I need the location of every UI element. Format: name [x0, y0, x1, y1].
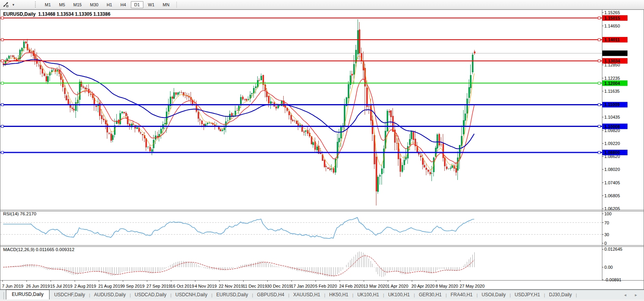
hline-handle[interactable] [598, 60, 600, 62]
date-label: 26 Jun 2019 [26, 284, 50, 288]
tab-eurusd-daily[interactable]: EURUSD,Daily [6, 290, 50, 299]
tab-ger30-h1[interactable]: GER30,H1 [415, 291, 446, 299]
date-label: 11 Dec 2019 [243, 284, 267, 288]
date-label: 15 Jul 2019 [50, 284, 73, 288]
timeframe-button-m5[interactable]: M5 [55, 1, 68, 8]
toolbar-separator [176, 2, 177, 8]
rsi-line [3, 218, 474, 239]
hline-handle[interactable] [598, 17, 600, 19]
time-scale[interactable]: 7 Jun 201926 Jun 201915 Jul 20192 Aug 20… [2, 280, 484, 288]
chart-tab-bar: EURUSD,DailyUSDCHF,Daily|AUDUSD,Daily|US… [0, 290, 644, 299]
crosshair-tool-icon[interactable] [1, 1, 11, 8]
tab-scroll-arrows[interactable]: ◄ ► [624, 293, 641, 297]
date-label: 8 May 2020 [435, 284, 458, 288]
level-badge-1.12004-label: 1.12004 [604, 81, 620, 86]
date-label: 16 Oct 2019 [171, 284, 194, 288]
tab-hk50-h1[interactable]: HK50,H1 [325, 291, 352, 299]
date-label: 27 Sep 2019 [147, 284, 171, 288]
price-tick-label: 1.10435 [604, 115, 620, 119]
timeframe-toolbar: ▾ M1M5M15M30H1H4D1W1MN [0, 0, 644, 9]
hline-handle[interactable] [1, 103, 4, 106]
tab-fra40-h1[interactable]: FRA40,H1 [447, 291, 477, 299]
date-label: 22 Nov 2019 [219, 284, 243, 288]
chart-window: 1.152651.146501.128501.122351.116351.104… [0, 9, 644, 290]
date-label: 30 Dec 2019 [267, 284, 291, 288]
date-label: 24 Feb 2020 [339, 284, 363, 288]
hline-handle[interactable] [1, 39, 4, 41]
chart-canvas[interactable]: 1.152651.146501.128501.122351.116351.104… [0, 10, 644, 289]
hline-handle[interactable] [1, 60, 4, 62]
date-label: 17 Jan 2020 [291, 284, 315, 288]
candlestick-layer [3, 19, 475, 205]
date-label: 21 Aug 2019 [98, 284, 123, 288]
price-tick-label: 1.14650 [604, 24, 620, 28]
macd-tick-label: -0.00891 [604, 277, 621, 282]
tab-usdcad-daily[interactable]: USDCAD,Daily [131, 291, 171, 299]
hline-handle[interactable] [1, 82, 4, 84]
timeframe-button-m30[interactable]: M30 [86, 1, 102, 8]
macd-tick-label: 0.012645 [604, 247, 622, 251]
tab-usdjpy-h1[interactable]: USDJPY,H1 [511, 291, 544, 299]
tab-xauusd-h1[interactable]: XAUUSD,H1 [289, 291, 324, 299]
rsi-tick-label: 100 [604, 211, 611, 216]
level-badge-1.14011-label: 1.14011 [604, 37, 620, 42]
tab-audusd-daily[interactable]: AUDUSD,Daily [90, 291, 130, 299]
level-badge-1.11009-label: 1.11009 [604, 102, 620, 107]
tab-usdchf-daily[interactable]: USDCHF,Daily [50, 291, 89, 299]
date-label: 13 Mar 2020 [363, 284, 388, 288]
date-label: 5 Feb 2020 [315, 284, 337, 288]
level-badge-1.13034-label: 1.13034 [604, 59, 620, 63]
hline-handle[interactable] [598, 103, 600, 106]
price-tick-label: 1.06805 [604, 193, 620, 198]
date-label: 20 Apr 2020 [411, 284, 435, 288]
macd-signal-line [3, 256, 474, 276]
hline-handle[interactable] [1, 151, 4, 154]
date-label: 9 Sep 2019 [123, 284, 145, 288]
price-tick-label: 1.15265 [604, 10, 620, 15]
macd-tick-label: 0.00 [604, 265, 613, 270]
price-tick-label: 1.08020 [604, 167, 620, 172]
date-label: 7 Jun 2019 [2, 284, 23, 288]
current-price-badge-label: 1.13386 [604, 51, 620, 55]
hline-handle[interactable] [598, 82, 600, 84]
level-badge-1.10008-label: 1.10008 [604, 124, 620, 129]
tool-dropdown-icon[interactable]: ▾ [11, 1, 16, 8]
tab-eurusd-daily[interactable]: EURUSD,Daily [213, 291, 252, 299]
price-tick-label: 1.07405 [604, 180, 620, 185]
tab-usoil-daily[interactable]: USOil,Daily [478, 291, 510, 299]
toolbar-grip[interactable] [35, 2, 37, 7]
tab-usdcnh-daily[interactable]: USDCNH,Daily [171, 291, 211, 299]
price-tick-label: 1.06205 [604, 206, 620, 211]
timeframe-button-mn[interactable]: MN [159, 1, 173, 8]
timeframe-button-m1[interactable]: M1 [41, 1, 54, 8]
hline-handle[interactable] [598, 151, 600, 154]
tab-uk100-h1[interactable]: UK100,H1 [353, 291, 383, 299]
hline-handle[interactable] [598, 125, 600, 128]
level-badge-1.08800-label: 1.08800 [604, 150, 620, 155]
rsi-tick-label: 0 [604, 241, 607, 246]
timeframe-button-w1[interactable]: W1 [145, 1, 158, 8]
date-label: 1 Apr 2020 [387, 284, 408, 288]
timeframe-button-h4[interactable]: H4 [117, 1, 129, 8]
date-label: 27 May 2020 [460, 284, 485, 288]
price-tick-label: 1.09220 [604, 141, 620, 146]
price-scale[interactable]: 1.152651.146501.128501.122351.116351.104… [602, 10, 627, 282]
tabbar-grip[interactable] [0, 292, 4, 299]
rsi-pane [0, 218, 602, 239]
pane-frames [0, 10, 644, 281]
timeframe-button-d1[interactable]: D1 [131, 1, 143, 8]
hline-handle[interactable] [1, 17, 4, 19]
rsi-tick-label: 70 [604, 220, 609, 225]
tab-gbpusd-h4[interactable]: GBPUSD,H4 [253, 291, 288, 299]
rsi-tick-label: 30 [604, 232, 609, 237]
hline-handle[interactable] [1, 125, 4, 128]
tab-uk100-h1[interactable]: UK100,H1 [384, 291, 414, 299]
timeframe-button-h1[interactable]: H1 [103, 1, 116, 8]
tab-dj30-daily[interactable]: DJ30,Daily [545, 291, 576, 299]
date-label: 2 Aug 2019 [74, 284, 96, 288]
timeframe-button-m15[interactable]: M15 [70, 1, 85, 8]
mt4-application: ▾ M1M5M15M30H1H4D1W1MN 1.152651.146501.1… [0, 0, 644, 301]
hline-handle[interactable] [598, 39, 600, 41]
macd-pane [3, 251, 475, 277]
price-tick-label: 1.12235 [604, 76, 620, 81]
